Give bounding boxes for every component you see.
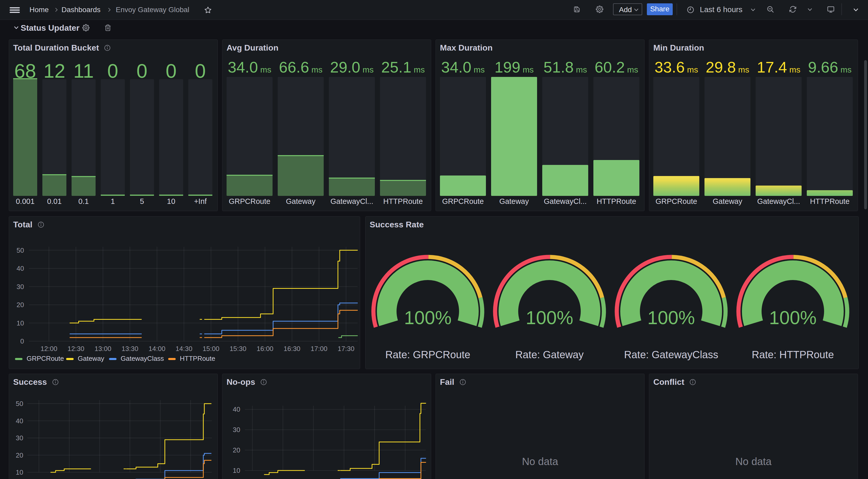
svg-text:17:00: 17:00 xyxy=(311,345,327,352)
svg-text:10: 10 xyxy=(17,319,24,327)
svg-text:Rate: GRPCRoute: Rate: GRPCRoute xyxy=(385,349,470,360)
svg-text:40: 40 xyxy=(16,417,23,425)
svg-text:16:00: 16:00 xyxy=(256,345,273,352)
svg-text:12:00: 12:00 xyxy=(40,345,57,352)
svg-text:14:30: 14:30 xyxy=(176,345,192,352)
svg-text:10: 10 xyxy=(16,469,23,476)
svg-text:20: 20 xyxy=(233,446,240,454)
svg-text:100%: 100% xyxy=(404,307,452,328)
svg-text:17:30: 17:30 xyxy=(338,345,354,352)
svg-text:100%: 100% xyxy=(647,307,695,328)
svg-text:Rate: Gateway: Rate: Gateway xyxy=(516,349,584,360)
svg-text:0: 0 xyxy=(21,337,24,345)
svg-text:15:30: 15:30 xyxy=(230,345,246,352)
svg-text:20: 20 xyxy=(16,451,23,459)
svg-text:50: 50 xyxy=(16,400,23,408)
svg-text:100%: 100% xyxy=(769,307,816,328)
svg-text:100%: 100% xyxy=(526,307,573,328)
svg-text:40: 40 xyxy=(233,405,240,413)
svg-text:13:30: 13:30 xyxy=(121,345,138,352)
svg-text:20: 20 xyxy=(17,301,24,309)
svg-text:50: 50 xyxy=(17,246,24,254)
svg-text:30: 30 xyxy=(233,426,240,434)
svg-text:12:30: 12:30 xyxy=(67,345,84,352)
svg-text:15:00: 15:00 xyxy=(203,345,219,352)
svg-text:30: 30 xyxy=(16,434,23,442)
svg-text:Rate: HTTPRoute: Rate: HTTPRoute xyxy=(752,349,834,360)
svg-text:30: 30 xyxy=(17,283,24,290)
svg-text:13:00: 13:00 xyxy=(95,345,111,352)
svg-text:10: 10 xyxy=(233,467,240,474)
svg-text:14:00: 14:00 xyxy=(149,345,165,352)
svg-text:Rate: GatewayClass: Rate: GatewayClass xyxy=(624,349,718,360)
svg-text:16:30: 16:30 xyxy=(284,345,301,352)
svg-text:40: 40 xyxy=(17,265,24,272)
